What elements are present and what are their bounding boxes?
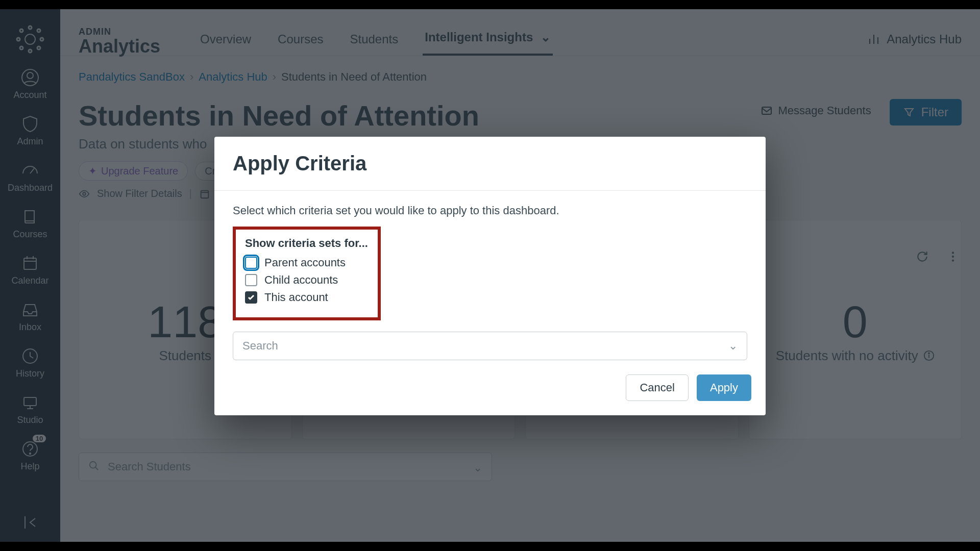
checkbox-checked-icon xyxy=(245,291,257,304)
chevron-down-icon: ⌄ xyxy=(728,339,738,353)
criteria-sets-highlight: Show criteria sets for... Parent account… xyxy=(233,227,381,320)
checkbox-icon xyxy=(245,257,257,269)
criteria-search-dropdown[interactable]: Search ⌄ xyxy=(233,332,747,360)
modal-description: Select which criteria set you would like… xyxy=(233,204,747,217)
modal-title: Apply Criteria xyxy=(233,152,747,175)
modal-overlay[interactable]: Apply Criteria Select which criteria set… xyxy=(0,9,980,542)
apply-criteria-modal: Apply Criteria Select which criteria set… xyxy=(214,137,766,415)
checkbox-icon xyxy=(245,274,257,286)
checkbox-parent-accounts[interactable]: Parent accounts xyxy=(245,256,369,269)
criteria-sets-header: Show criteria sets for... xyxy=(245,237,369,250)
apply-button[interactable]: Apply xyxy=(697,374,751,401)
checkbox-this-account[interactable]: This account xyxy=(245,291,369,304)
checkbox-child-accounts[interactable]: Child accounts xyxy=(245,273,369,287)
cancel-button[interactable]: Cancel xyxy=(626,374,688,401)
app-root: Account Admin Dashboard Courses Calendar xyxy=(0,9,980,542)
